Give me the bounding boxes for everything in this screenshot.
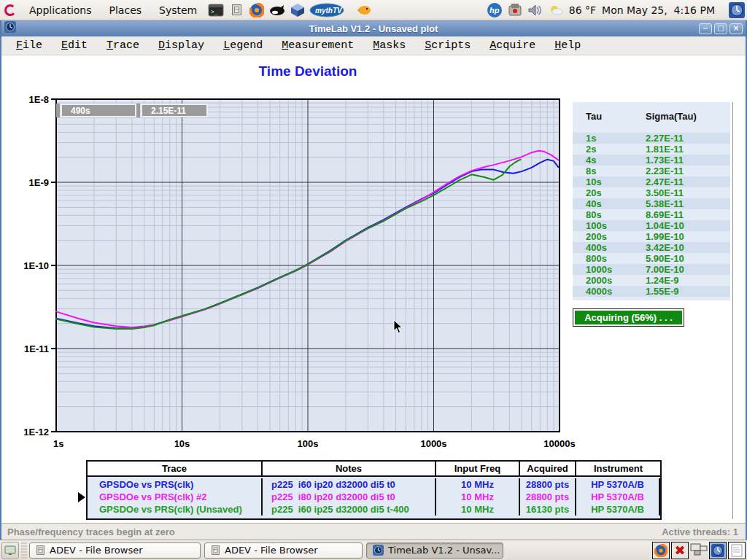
menu-edit[interactable]: Edit: [54, 38, 95, 53]
tau-row: 1s2.27E-11: [573, 133, 730, 144]
acquiring-progress-button[interactable]: Acquiring (56%) . . .: [573, 309, 684, 326]
timelab-icon: [373, 545, 384, 556]
tau-row: 1000s7.00E-10: [573, 264, 730, 275]
trace-row[interactable]: GPSDOe vs PRS(clk) #2 p225 i80 ip20 d320…: [88, 491, 660, 503]
taskbar-window-timelab[interactable]: TimeLab V1.2 - Unsav...: [366, 542, 503, 559]
menubar: FileEditTraceDisplayLegendMeasurementMas…: [1, 36, 746, 55]
top-panel: Applications Places System >_ mythTV hp: [0, 0, 747, 20]
statusbar: Phase/frequency traces begin at zero Act…: [1, 523, 746, 540]
menu-masks[interactable]: Masks: [365, 38, 413, 53]
trace-row[interactable]: GPSDOe vs PRS(clk) p225 i60 ip20 d32000 …: [88, 478, 660, 491]
menu-legend[interactable]: Legend: [216, 38, 270, 53]
desktop: Applications Places System >_ mythTV hp: [0, 0, 747, 560]
tau-row: 80s8.69E-11: [573, 209, 730, 220]
taskbar-handle[interactable]: [21, 542, 27, 559]
svg-text:hp: hp: [489, 6, 500, 15]
tau-row: 4s1.73E-11: [573, 155, 730, 166]
text-editor-icon[interactable]: [728, 542, 746, 559]
svg-text:1E-10: 1E-10: [23, 260, 49, 271]
menu-help[interactable]: Help: [547, 38, 588, 53]
menu-display[interactable]: Display: [151, 38, 212, 53]
timelab-window: TimeLab V1.2 - Unsaved plot − □ × FileEd…: [0, 20, 747, 540]
tau-row: 40s5.38E-11: [573, 198, 730, 209]
weather-icon: [547, 1, 565, 19]
active-trace-marker: [78, 492, 85, 502]
tau-row: 100s1.04E-10: [573, 220, 730, 231]
col-trace: Trace: [88, 462, 263, 475]
plot-client-area: Time Deviation 1E-81E-91E-101E-111E-121s…: [1, 55, 746, 523]
col-acquired: Acquired: [520, 462, 576, 475]
titlebar[interactable]: TimeLab V1.2 - Unsaved plot − □ ×: [1, 20, 746, 36]
tau-row: 200s1.99E-10: [573, 231, 730, 242]
svg-text:1E-11: 1E-11: [24, 343, 49, 354]
volume-icon[interactable]: [527, 1, 544, 19]
goldfish-icon[interactable]: [355, 1, 372, 19]
svg-text:1E-8: 1E-8: [29, 94, 49, 105]
mythtv-label: mythTV: [315, 7, 343, 15]
svg-text:1E-12: 1E-12: [23, 427, 49, 438]
taskbar-tray: ✖: [652, 542, 747, 559]
active-threads-label: Active threads: 1: [662, 526, 738, 537]
timelab-tray-icon[interactable]: [709, 542, 727, 559]
svg-text:10000s: 10000s: [543, 438, 575, 449]
svg-text:10s: 10s: [174, 438, 190, 449]
tau-sigma-table: Tau Sigma(Tau) 1s2.27E-112s1.81E-114s1.7…: [573, 102, 730, 300]
mouse-cursor: [393, 319, 403, 337]
sigma-header-label: Sigma(Tau): [646, 111, 730, 122]
taskbar-window-adev-1[interactable]: ADEV - File Browser: [29, 542, 201, 559]
tau-row: 800s5.90E-10: [573, 253, 730, 264]
temperature-label: 86 °F: [566, 4, 599, 16]
places-menu[interactable]: Places: [101, 0, 151, 20]
menu-scripts[interactable]: Scripts: [417, 38, 478, 53]
firefox-tray-icon[interactable]: [652, 542, 670, 559]
mythtv-icon[interactable]: mythTV: [309, 1, 344, 19]
col-notes: Notes: [263, 462, 436, 475]
show-desktop-button[interactable]: [1, 542, 19, 559]
window-title: TimeLab V1.2 - Unsaved plot: [1, 23, 746, 34]
workspace-switcher-icon[interactable]: [690, 542, 708, 559]
tau-row: 2000s1.24E-9: [573, 275, 730, 286]
file-browser-icon: [212, 545, 220, 555]
panel-divider: [732, 102, 733, 519]
menu-file[interactable]: File: [9, 38, 50, 53]
readout-tab: [136, 104, 140, 117]
tau-header-label: Tau: [573, 111, 646, 122]
clock-label[interactable]: Mon May 25, 4:16 PM: [599, 4, 718, 16]
tau-table-header: Tau Sigma(Tau): [573, 105, 730, 127]
trace-row[interactable]: GPSDOe vs PRS(clk) (Unsaved) p225 i60 ip…: [88, 503, 660, 516]
hp-icon[interactable]: hp: [486, 1, 503, 19]
menu-trace[interactable]: Trace: [99, 38, 147, 53]
file-manager-icon[interactable]: [228, 1, 245, 19]
tau-row: 8s2.23E-11: [573, 166, 730, 176]
applications-menu[interactable]: Applications: [20, 0, 101, 20]
panel-clock-icon[interactable]: [728, 1, 746, 19]
readout-tab: [56, 104, 60, 117]
taskbar-window-adev-2[interactable]: ADEV - File Browser: [204, 542, 363, 559]
col-input-freq: Input Freq: [436, 462, 520, 475]
menu-acquire[interactable]: Acquire: [482, 38, 543, 53]
svg-text:100s: 100s: [298, 438, 319, 449]
status-message: Phase/frequency traces begin at zero: [7, 526, 175, 537]
system-menu[interactable]: System: [150, 0, 206, 20]
tau-table-rows: 1s2.27E-112s1.81E-114s1.73E-118s2.23E-11…: [573, 133, 730, 297]
orca-icon[interactable]: [268, 1, 286, 19]
tau-row: 10s2.47E-11: [573, 176, 730, 187]
tau-row: 2s1.81E-11: [573, 144, 730, 155]
firefox-icon[interactable]: [248, 1, 266, 19]
terminal-icon[interactable]: >_: [207, 1, 225, 19]
trace-legend-table: Trace Notes Input Freq Acquired Instrume…: [86, 460, 662, 520]
trace-table-header: Trace Notes Input Freq Acquired Instrume…: [88, 462, 660, 477]
debian-logo-icon: [1, 1, 19, 19]
svg-text:1000s: 1000s: [420, 438, 446, 449]
tau-row: 20s3.50E-11: [573, 187, 730, 198]
bottom-taskbar: ADEV - File Browser ADEV - File Browser …: [0, 540, 747, 560]
tau-row: 400s3.42E-10: [573, 242, 730, 253]
print-manager-icon[interactable]: [506, 1, 524, 19]
svg-text:>_: >_: [211, 9, 218, 15]
col-instrument: Instrument: [576, 462, 660, 475]
menu-measurement[interactable]: Measurement: [274, 38, 361, 53]
virtualbox-icon[interactable]: [289, 1, 306, 19]
xkill-icon[interactable]: ✖: [671, 542, 689, 559]
cursor-tau-readout: 490s: [61, 104, 136, 117]
svg-text:1s: 1s: [53, 438, 63, 449]
